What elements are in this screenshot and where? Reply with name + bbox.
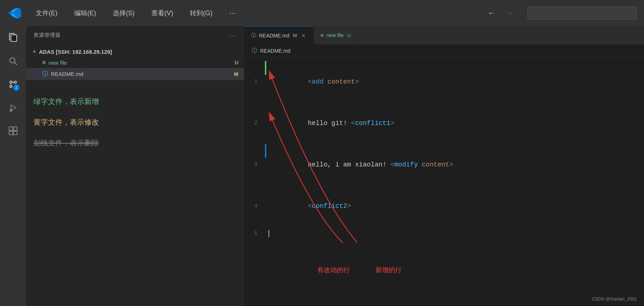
nav-back-button[interactable]: ← <box>485 7 498 19</box>
explorer-icon <box>8 33 18 43</box>
file-tree: ▼ ADAS [SSH: 192.168.29.129] ≡ new file … <box>26 44 244 82</box>
breadcrumb: ⓘ README.md <box>245 44 644 57</box>
line-number-1: 1 <box>245 75 265 89</box>
kw-content: content <box>327 78 355 85</box>
cursor <box>269 230 269 237</box>
bottom-annotations: 有改动的行 新增的行 <box>317 263 402 277</box>
tree-folder-adas[interactable]: ▼ ADAS [SSH: 192.168.29.129] <box>26 47 244 57</box>
angle-close-1: > <box>355 78 359 85</box>
sidebar-annotations: 绿字文件，表示新增 黄字文件，表示修改 划线文件，表示删除 <box>26 82 244 155</box>
breadcrumb-file-icon: ⓘ <box>252 47 257 54</box>
annotation-yellow: 黄字文件，表示修改 <box>33 117 237 127</box>
folder-arrow-icon: ▼ <box>32 49 37 55</box>
search-bar[interactable] <box>528 7 637 20</box>
svg-line-3 <box>14 62 17 65</box>
svg-point-4 <box>10 81 12 83</box>
breadcrumb-text: README.md <box>260 48 290 54</box>
activity-bar: 2 <box>0 26 26 306</box>
titlebar: 文件(E) 编辑(E) 选择(S) 查看(V) 转到(G) ··· ← → <box>0 0 644 26</box>
code-line-5: 5 <box>245 227 644 241</box>
readme-name: README.md <box>51 71 83 77</box>
tab-readme[interactable]: ⓘ README.md M ✕ <box>245 26 314 44</box>
annotation-green: 绿字文件，表示新增 <box>33 97 237 106</box>
sidebar: 资源管理器 ··· ▼ ADAS [SSH: 192.168.29.129] ≡… <box>26 26 245 306</box>
line-number-5: 5 <box>245 227 265 241</box>
line-number-2: 2 <box>245 116 265 130</box>
angle-open-4: < <box>308 202 312 210</box>
editor-area: ⓘ README.md M ✕ ≡ new file U ⓘ README.md… <box>245 26 644 306</box>
angle-open-1: < <box>308 78 312 85</box>
code-line-3: 3 hello, i am xiaolan! <modify content> <box>245 144 644 185</box>
angle-close-2: > <box>390 120 394 127</box>
folder-name: ADAS [SSH: 192.168.29.129] <box>39 49 112 55</box>
angle-open-3: < <box>390 161 394 168</box>
tab-newfile-icon: ≡ <box>321 32 323 38</box>
line-gutter-3 <box>265 144 266 158</box>
search-icon <box>8 56 18 66</box>
nav-forward-button[interactable]: → <box>503 7 517 19</box>
tab-newfile[interactable]: ≡ new file U <box>314 26 358 44</box>
menu-view[interactable]: 查看(V) <box>148 7 176 19</box>
line-gutter-5 <box>265 227 269 241</box>
svg-rect-10 <box>13 127 17 130</box>
svg-point-6 <box>10 85 12 88</box>
readme-file-icon: ⓘ <box>42 70 48 78</box>
line-gutter-1 <box>265 61 266 75</box>
menu-goto[interactable]: 转到(G) <box>187 7 215 19</box>
tab-readme-status: M <box>293 33 297 38</box>
kw-conflict1: conflict1 <box>355 120 390 127</box>
sidebar-header: 资源管理器 ··· <box>26 26 244 44</box>
kw-add: add <box>312 78 323 85</box>
activity-search-icon[interactable] <box>5 53 21 69</box>
menu-file[interactable]: 文件(E) <box>33 7 60 19</box>
kw-modify: modify <box>394 161 418 168</box>
tab-readme-close-button[interactable]: ✕ <box>300 32 307 39</box>
tab-newfile-status: U <box>347 33 351 38</box>
line-number-4: 4 <box>245 199 265 213</box>
newfile-icon: ≡ <box>42 59 45 66</box>
line-content-3: hello, i am xiaolan! <modify content> <box>269 144 644 185</box>
vscode-logo-icon <box>7 6 22 20</box>
angle-close-3: > <box>449 161 453 168</box>
tree-file-newfile[interactable]: ≡ new file U <box>26 57 244 68</box>
angle-close-4: > <box>347 202 351 210</box>
hello-text: hello git! <box>308 120 351 127</box>
angle-open-2: < <box>351 120 355 127</box>
line-gutter-2 <box>265 116 269 130</box>
menu-more[interactable]: ··· <box>226 7 239 19</box>
menu-edit[interactable]: 编辑(E) <box>71 7 99 19</box>
added-line-label: 新增的行 <box>375 263 402 277</box>
tab-readme-icon: ⓘ <box>251 32 256 39</box>
newfile-status: U <box>235 60 238 65</box>
kw-conflict2: conflict2 <box>312 202 347 210</box>
activity-explorer-icon[interactable] <box>5 30 21 46</box>
hello2-text: hello, i am xiaolan! <box>308 161 390 168</box>
extensions-icon <box>8 126 18 136</box>
sidebar-title: 资源管理器 <box>33 32 61 39</box>
svg-rect-9 <box>9 127 13 130</box>
tab-readme-name: README.md <box>259 33 289 39</box>
line-content-4: <conflict2> <box>269 185 644 227</box>
tab-newfile-name: new file <box>326 32 343 38</box>
line-content-1: <add content> <box>269 61 644 102</box>
svg-rect-12 <box>13 131 17 135</box>
sidebar-more-button[interactable]: ··· <box>230 31 237 40</box>
newfile-name: new file <box>48 60 67 66</box>
code-editor[interactable]: 1 <add content> 2 hello git! <conflict1>… <box>245 57 644 306</box>
svg-rect-1 <box>11 35 17 41</box>
svg-rect-11 <box>9 131 13 135</box>
activity-run-icon[interactable] <box>5 100 21 116</box>
main-layout: 2 资源管理器 ··· ▼ <box>0 26 644 306</box>
menu-select[interactable]: 选择(S) <box>110 7 138 19</box>
tab-bar: ⓘ README.md M ✕ ≡ new file U <box>245 26 644 44</box>
activity-git-icon[interactable]: 2 <box>5 76 21 92</box>
line-gutter-4 <box>265 199 269 213</box>
annotation-strikethrough: 划线文件，表示删除 <box>33 138 237 148</box>
modified-line-label: 有改动的行 <box>317 263 350 277</box>
code-line-4: 4 <conflict2> <box>245 185 644 227</box>
line-content-2: hello git! <conflict1> <box>269 102 644 144</box>
line-number-3: 3 <box>245 158 265 172</box>
activity-extensions-icon[interactable] <box>5 123 21 139</box>
titlebar-nav: ← → <box>485 7 517 19</box>
tree-file-readme[interactable]: ⓘ README.md M <box>26 68 244 80</box>
